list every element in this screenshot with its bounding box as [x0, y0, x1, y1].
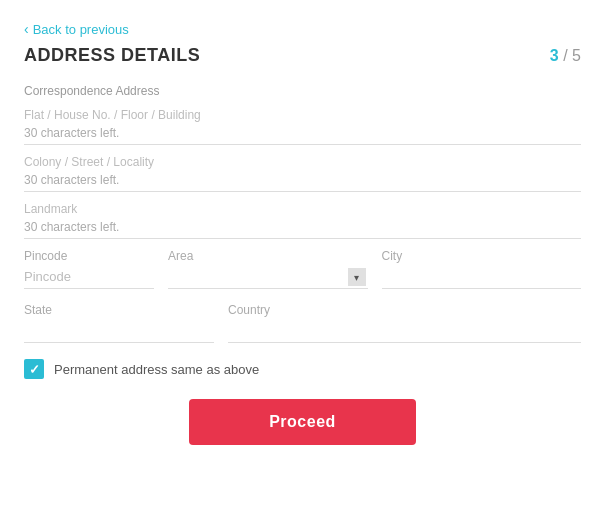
back-label: Back to previous — [33, 22, 129, 37]
country-input[interactable] — [228, 319, 581, 343]
area-label: Area — [168, 249, 368, 263]
state-label: State — [24, 303, 214, 317]
page-title: ADDRESS DETAILS — [24, 45, 200, 66]
area-col: Area ▾ — [168, 249, 368, 289]
permanent-address-row: ✓ Permanent address same as above — [24, 359, 581, 379]
landmark-field-group: Landmark 30 characters left. — [24, 202, 581, 239]
back-link[interactable]: ‹ Back to previous — [24, 21, 129, 37]
step-current: 3 — [550, 47, 559, 64]
state-input[interactable] — [24, 319, 214, 343]
city-col: City — [382, 249, 582, 289]
landmark-label: Landmark — [24, 202, 77, 216]
proceed-button[interactable]: Proceed — [189, 399, 416, 445]
pincode-col: Pincode — [24, 249, 154, 289]
colony-label: Colony / Street / Locality — [24, 155, 154, 169]
state-col: State — [24, 303, 214, 343]
flat-label: Flat / House No. / Floor / Building — [24, 108, 201, 122]
permanent-address-checkbox[interactable]: ✓ — [24, 359, 44, 379]
section-label: Correspondence Address — [24, 84, 581, 98]
back-chevron-icon: ‹ — [24, 21, 29, 37]
country-label: Country — [228, 303, 581, 317]
step-indicator: 3 / 5 — [550, 47, 581, 65]
step-total: 5 — [572, 47, 581, 64]
pincode-area-city-row: Pincode Area ▾ City — [24, 249, 581, 289]
city-input[interactable] — [382, 265, 582, 289]
address-details-card: ‹ Back to previous ADDRESS DETAILS 3 / 5… — [0, 0, 605, 523]
area-select[interactable] — [168, 265, 368, 289]
city-label: City — [382, 249, 582, 263]
step-separator: / — [563, 47, 572, 64]
permanent-address-label: Permanent address same as above — [54, 362, 259, 377]
pincode-label: Pincode — [24, 249, 154, 263]
area-select-wrapper: ▾ — [168, 265, 368, 289]
state-country-row: State Country — [24, 303, 581, 343]
country-col: Country — [228, 303, 581, 343]
pincode-input[interactable] — [24, 265, 154, 289]
header-row: ADDRESS DETAILS 3 / 5 — [24, 45, 581, 66]
checkmark-icon: ✓ — [29, 362, 40, 377]
flat-field-group: Flat / House No. / Floor / Building 30 c… — [24, 108, 581, 145]
landmark-hint: 30 characters left. — [24, 202, 581, 239]
colony-field-group: Colony / Street / Locality 30 characters… — [24, 155, 581, 192]
